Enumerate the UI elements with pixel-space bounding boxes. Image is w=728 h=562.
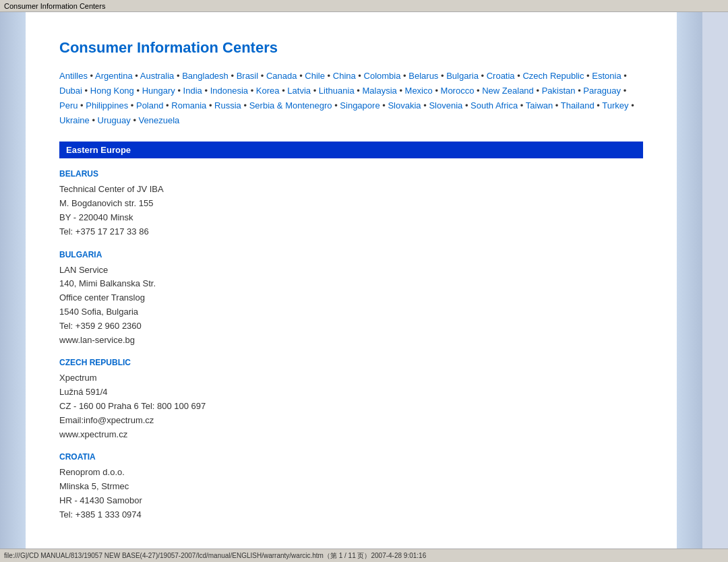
heading-bulgaria: BULGARIA — [59, 250, 643, 259]
heading-belarus: BELARUS — [59, 169, 643, 179]
country-link-hong-kong[interactable]: Hong Kong — [90, 86, 134, 96]
separator: • — [441, 71, 444, 81]
country-link-croatia[interactable]: Croatia — [487, 71, 515, 81]
country-link-korea[interactable]: Korea — [256, 86, 280, 96]
separator: • — [423, 100, 427, 111]
status-bar: file:///G|/CD MANUAL/813/19057 NEW BASE(… — [0, 549, 728, 562]
country-link-pakistan[interactable]: Pakistan — [542, 86, 576, 96]
separator: • — [520, 100, 524, 111]
country-link-chile[interactable]: Chile — [305, 71, 325, 81]
details-bulgaria: LAN Service 140, Mimi Balkanska Str. Off… — [59, 263, 643, 348]
right-sidebar-2 — [702, 12, 728, 549]
country-link-china[interactable]: China — [333, 71, 356, 81]
country-link-argentina[interactable]: Argentina — [95, 71, 133, 81]
separator: • — [586, 71, 590, 81]
country-link-peru[interactable]: Peru — [59, 100, 78, 111]
separator: • — [261, 71, 264, 81]
country-link-romania[interactable]: Romania — [171, 100, 206, 111]
country-link-estonia[interactable]: Estonia — [592, 71, 621, 81]
separator: • — [313, 86, 317, 96]
country-link-venezuela[interactable]: Venezuela — [139, 115, 180, 125]
separator: • — [92, 115, 95, 125]
country-link-canada[interactable]: Canada — [266, 71, 297, 81]
country-link-poland[interactable]: Poland — [136, 100, 163, 111]
country-link-singapore[interactable]: Singapore — [340, 100, 380, 111]
separator: • — [334, 100, 338, 111]
country-link-belarus[interactable]: Belarus — [408, 71, 438, 81]
countries-links: Antilles • Argentina • Australia • Bangl… — [59, 69, 643, 128]
separator: • — [631, 100, 634, 111]
separator: • — [403, 71, 406, 81]
country-link-south-africa[interactable]: South Africa — [471, 100, 518, 111]
country-link-slovakia[interactable]: Slovakia — [388, 100, 421, 111]
country-link-malaysia[interactable]: Malaysia — [362, 86, 396, 96]
main-layout: Consumer Information Centers Antilles • … — [0, 12, 728, 549]
page-title: Consumer Information Centers — [59, 39, 643, 57]
country-link-bangladesh[interactable]: Bangladesh — [182, 71, 229, 81]
section-belarus: BELARUSTechnical Center of JV IBA M. Bog… — [59, 169, 643, 239]
country-link-czech-republic[interactable]: Czech Republic — [522, 71, 584, 81]
separator: • — [299, 71, 303, 81]
separator: • — [133, 115, 136, 125]
heading-croatia: CROATIA — [59, 452, 643, 462]
separator: • — [465, 100, 468, 111]
country-link-russia[interactable]: Russia — [214, 100, 241, 111]
separator: • — [357, 86, 360, 96]
country-link-morocco[interactable]: Morocco — [441, 86, 475, 96]
country-link-mexico[interactable]: Mexico — [405, 86, 433, 96]
country-link-paraguay[interactable]: Paraguay — [583, 86, 621, 96]
heading-czech-republic: CZECH REPUBLIC — [59, 358, 643, 367]
country-link-philippines[interactable]: Philippines — [86, 100, 128, 111]
separator: • — [328, 71, 331, 81]
country-link-antilles[interactable]: Antilles — [59, 71, 88, 81]
country-link-ukraine[interactable]: Ukraine — [59, 115, 90, 125]
separator: • — [382, 100, 386, 111]
separator: • — [477, 86, 480, 96]
title-bar-text: Consumer Information Centers — [4, 2, 105, 10]
separator: • — [481, 71, 485, 81]
country-link-latvia[interactable]: Latvia — [287, 86, 311, 96]
separator: • — [399, 86, 402, 96]
country-link-indonesia[interactable]: Indonesia — [210, 86, 248, 96]
section-header: Eastern Europe — [59, 142, 643, 158]
sections-container: BELARUSTechnical Center of JV IBA M. Bog… — [59, 169, 643, 522]
left-sidebar — [0, 12, 26, 549]
details-belarus: Technical Center of JV IBA M. Bogdanovic… — [59, 183, 643, 239]
country-link-bulgaria[interactable]: Bulgaria — [446, 71, 479, 81]
country-link-serbia-and-montenegro[interactable]: Serbia & Montenegro — [249, 100, 332, 111]
country-link-slovenia[interactable]: Slovenia — [429, 100, 462, 111]
title-bar: Consumer Information Centers — [0, 0, 728, 12]
content-area: Consumer Information Centers Antilles • … — [26, 12, 677, 549]
section-croatia: CROATIARenoprom d.o.o. Mlinska 5, Strmec… — [59, 452, 643, 522]
country-link-australia[interactable]: Australia — [140, 71, 175, 81]
details-czech-republic: Xpectrum Lužná 591/4 CZ - 160 00 Praha 6… — [59, 371, 643, 441]
separator: • — [80, 100, 84, 111]
separator: • — [177, 86, 181, 96]
separator: • — [136, 86, 140, 96]
country-link-brasil[interactable]: Brasil — [237, 71, 259, 81]
details-croatia: Renoprom d.o.o. Mlinska 5, Strmec HR - 4… — [59, 466, 643, 522]
separator: • — [209, 100, 212, 111]
country-link-turkey[interactable]: Turkey — [602, 100, 628, 111]
country-link-dubai[interactable]: Dubai — [59, 86, 82, 96]
country-link-new-zealand[interactable]: New Zealand — [482, 86, 534, 96]
status-bar-text: file:///G|/CD MANUAL/813/19057 NEW BASE(… — [4, 551, 426, 561]
section-czech-republic: CZECH REPUBLICXpectrum Lužná 591/4 CZ - … — [59, 358, 643, 441]
separator: • — [624, 86, 627, 96]
separator: • — [85, 86, 88, 96]
separator: • — [555, 100, 559, 111]
separator: • — [624, 71, 627, 81]
separator: • — [204, 86, 208, 96]
separator: • — [597, 100, 600, 111]
country-link-thailand[interactable]: Thailand — [561, 100, 595, 111]
separator: • — [177, 71, 180, 81]
separator: • — [578, 86, 581, 96]
country-link-india[interactable]: India — [183, 86, 202, 96]
separator: • — [231, 71, 234, 81]
separator: • — [435, 86, 438, 96]
country-link-taiwan[interactable]: Taiwan — [526, 100, 553, 111]
country-link-uruguay[interactable]: Uruguay — [98, 115, 131, 125]
country-link-lithuania[interactable]: Lithuania — [319, 86, 355, 96]
country-link-hungary[interactable]: Hungary — [142, 86, 175, 96]
country-link-colombia[interactable]: Colombia — [364, 71, 401, 81]
